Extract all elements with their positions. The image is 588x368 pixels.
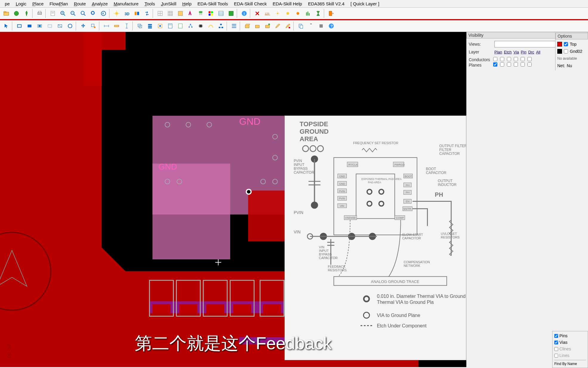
- plane-pin-check[interactable]: [514, 62, 518, 67]
- find-lines-check[interactable]: [554, 354, 558, 358]
- pin-icon[interactable]: [21, 8, 32, 19]
- chip-icon[interactable]: [196, 21, 206, 31]
- print-icon[interactable]: [35, 8, 45, 19]
- measure-icon[interactable]: 123: [262, 8, 273, 19]
- sun2-icon[interactable]: [283, 8, 293, 19]
- find-pins-check[interactable]: [554, 334, 558, 338]
- paste-icon[interactable]: [306, 21, 316, 31]
- menu-place[interactable]: Place: [30, 1, 47, 6]
- palette-icon[interactable]: [206, 8, 216, 19]
- tree-icon[interactable]: [185, 21, 196, 31]
- menu-tools[interactable]: Tools: [142, 1, 158, 6]
- menu-eda-tools[interactable]: EDA-Skill Tools: [194, 1, 231, 6]
- find-clines-check[interactable]: [554, 347, 558, 351]
- rect-fill-icon[interactable]: [24, 21, 35, 31]
- copy-icon[interactable]: [296, 21, 306, 31]
- report-icon[interactable]: [48, 8, 58, 19]
- menu-analyze[interactable]: Analyze: [89, 1, 111, 6]
- hdr-drc[interactable]: Drc: [528, 50, 534, 54]
- plane-all-check[interactable]: [527, 62, 532, 67]
- highlight2-icon[interactable]: [273, 8, 283, 19]
- rect5-icon[interactable]: [55, 21, 65, 31]
- grid-icon[interactable]: [155, 8, 165, 19]
- rect-icon[interactable]: [14, 21, 24, 31]
- top-layer-check[interactable]: [564, 42, 568, 46]
- rect4-icon[interactable]: [45, 21, 55, 31]
- help-icon[interactable]: ?: [326, 21, 336, 31]
- stack3-icon[interactable]: [155, 21, 165, 31]
- highlight-icon[interactable]: [185, 8, 196, 19]
- swap-icon[interactable]: [142, 8, 152, 19]
- edit-icon[interactable]: [273, 21, 283, 31]
- menu-eda-check[interactable]: EDA-Skill Check: [231, 1, 270, 6]
- move-icon[interactable]: [78, 21, 88, 31]
- hierarchy-icon[interactable]: [216, 21, 226, 31]
- bars-icon[interactable]: [303, 8, 313, 19]
- box1-icon[interactable]: [242, 21, 252, 31]
- zoom-fit-icon[interactable]: [78, 8, 88, 19]
- menu-manufacture[interactable]: Manufacture: [111, 1, 141, 6]
- delete-icon[interactable]: [252, 8, 262, 19]
- menu-help[interactable]: Help: [179, 1, 194, 6]
- find-vias-check[interactable]: [554, 341, 558, 344]
- menu-pe[interactable]: pe: [2, 1, 13, 6]
- dim-v-icon[interactable]: [122, 21, 132, 31]
- cond-all-check[interactable]: [527, 57, 532, 61]
- plane-via-check[interactable]: [507, 62, 511, 67]
- pcb-canvas[interactable]: GND GND GND GND SV_VBAT VBAT VBAT DC_5V: [0, 32, 466, 367]
- menu-logic[interactable]: Logic: [13, 1, 30, 6]
- top-swatch[interactable]: [557, 42, 562, 47]
- circle-icon[interactable]: [65, 21, 75, 31]
- cond-plan-check[interactable]: [493, 57, 497, 61]
- cond-etch-check[interactable]: [500, 57, 504, 61]
- zoom-window-icon[interactable]: [88, 8, 98, 19]
- exit-icon[interactable]: [326, 8, 336, 19]
- zoom-in-icon[interactable]: [58, 8, 68, 19]
- grid3-icon[interactable]: [175, 8, 185, 19]
- stop-icon[interactable]: [316, 21, 326, 31]
- net-icon[interactable]: [229, 21, 239, 31]
- hdr-via[interactable]: Via: [513, 50, 519, 54]
- board-icon[interactable]: [226, 8, 236, 19]
- 3d-icon[interactable]: 3D: [122, 8, 132, 19]
- drc-icon[interactable]: [283, 21, 293, 31]
- box3-icon[interactable]: [262, 21, 273, 31]
- hdr-etch[interactable]: Etch: [504, 50, 512, 54]
- sun-icon[interactable]: [112, 8, 122, 19]
- arrow-icon[interactable]: [1, 21, 11, 31]
- cond-drc-check[interactable]: [521, 57, 525, 61]
- gnd02-swatch[interactable]: [557, 49, 562, 54]
- zoom-previous-icon[interactable]: [98, 8, 109, 19]
- hourglass-icon[interactable]: [313, 8, 323, 19]
- zoom-out-icon[interactable]: [68, 8, 78, 19]
- cond-pin-check[interactable]: [514, 57, 518, 61]
- box2-icon[interactable]: [252, 21, 262, 31]
- dim-h-icon[interactable]: [101, 21, 112, 31]
- table-icon[interactable]: [216, 8, 226, 19]
- flip-icon[interactable]: [132, 8, 142, 19]
- script2-icon[interactable]: [175, 21, 185, 31]
- menu-flowplan[interactable]: FlowPlan: [47, 1, 71, 6]
- shape-edit-icon[interactable]: [88, 21, 98, 31]
- hdr-plan[interactable]: Plan: [494, 50, 502, 54]
- sun3-icon[interactable]: [293, 8, 303, 19]
- menu-quick-layer[interactable]: [ Quick Layer ]: [347, 1, 382, 6]
- stack2-icon[interactable]: [145, 21, 155, 31]
- hdr-all[interactable]: All: [536, 50, 540, 54]
- menu-route[interactable]: Route: [71, 1, 89, 6]
- cond-via-check[interactable]: [507, 57, 511, 61]
- open-icon[interactable]: [1, 8, 11, 19]
- plane-plan-check[interactable]: [493, 62, 497, 67]
- grid2-icon[interactable]: [165, 8, 175, 19]
- plane-etch-check[interactable]: [500, 62, 504, 67]
- save-icon[interactable]: [11, 8, 21, 19]
- rect3-icon[interactable]: [35, 21, 45, 31]
- menu-junskill[interactable]: JunSkill: [158, 1, 180, 6]
- stack1-icon[interactable]: [135, 21, 145, 31]
- info-icon[interactable]: i: [239, 8, 249, 19]
- wire-icon[interactable]: [206, 21, 216, 31]
- script-icon[interactable]: [165, 21, 175, 31]
- plane-drc-check[interactable]: [521, 62, 525, 67]
- menu-eda-help[interactable]: EDA-Skill Help: [270, 1, 305, 6]
- brush-icon[interactable]: [196, 8, 206, 19]
